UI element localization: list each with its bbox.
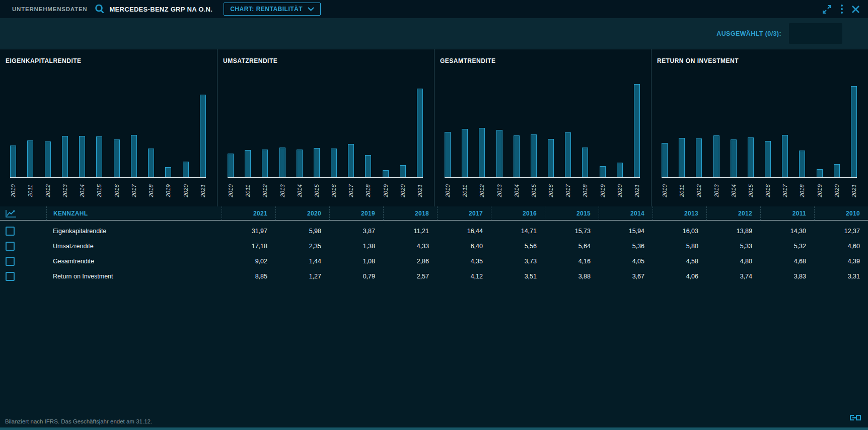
value-cell: 11,21 [383,228,437,235]
table-header-row: KENNZAHL 2021202020192018201720162015201… [0,206,868,221]
bar [548,139,554,178]
table-row: Gesamtrendite9,021,441,082,864,353,734,1… [0,254,868,269]
bar [748,137,754,178]
app-label: UNTERNEHMENSDATEN [12,6,87,12]
x-axis-label: 2020 [617,179,623,205]
bar [662,143,668,177]
bar [10,146,16,177]
bar [600,166,606,177]
value-cell: 3,83 [760,273,814,280]
x-axis-label: 2011 [27,179,33,205]
bar [834,164,840,177]
year-header: 2014 [599,206,653,221]
metric-label: Return on Investment [46,273,222,280]
selected-count-label: AUSGEWÄHLT (0/3): [716,30,781,37]
bar [365,155,371,177]
value-cell: 4,33 [383,243,437,250]
table-row: Eigenkapitalrendite31,975,983,8711,2116,… [0,224,868,239]
x-axis-label: 2015 [748,179,754,205]
value-cell: 4,60 [814,243,868,250]
x-axis-label: 2010 [10,179,16,205]
bar [262,150,268,177]
top-bar: UNTERNEHMENSDATEN MERCEDES-BENZ GRP NA O… [0,0,868,18]
kebab-menu-icon[interactable] [840,4,843,14]
bar [782,135,788,178]
bar [617,163,623,178]
x-axis-label: 2013 [62,179,68,205]
x-axis-label: 2013 [713,179,719,205]
year-header: 2013 [653,206,706,221]
accounting-note: Bilanziert nach IFRS. Das Geschäftsjahr … [5,418,152,424]
expand-icon[interactable] [822,4,832,15]
bar [96,136,102,177]
bar [348,144,354,177]
x-axis-label: 2010 [228,179,234,205]
metric-column-header: KENNZAHL [46,206,222,221]
value-cell: 4,12 [437,273,491,280]
chart-type-dropdown[interactable]: CHART: RENTABILITÄT [224,3,321,16]
bar [765,141,771,177]
x-axis-label: 2016 [331,179,337,205]
chart-plot [228,75,423,178]
x-axis-label: 2010 [662,179,668,205]
value-cell: 3,74 [706,273,760,280]
year-header: 2020 [275,206,329,221]
row-checkbox[interactable] [6,257,15,266]
row-checkbox[interactable] [6,242,15,251]
linked-boxes-icon[interactable] [849,414,862,423]
value-cell: 3,51 [491,273,545,280]
x-axis-label: 2015 [96,179,102,205]
row-checkbox[interactable] [6,227,15,236]
bar [200,95,206,177]
value-cell: 15,73 [545,228,599,235]
year-header: 2010 [814,206,868,221]
bar [514,135,520,177]
bar [696,138,702,177]
chart-type-dropdown-label: CHART: RENTABILITÄT [230,6,303,13]
bar [496,130,502,177]
year-header: 2016 [491,206,545,221]
bar [165,167,171,177]
metric-label: Umsatzrendite [46,243,222,250]
app-window: UNTERNEHMENSDATEN MERCEDES-BENZ GRP NA O… [0,0,868,430]
row-checkbox[interactable] [6,272,15,281]
bar [245,150,251,178]
value-cell: 17,18 [222,243,275,250]
x-axis-label: 2011 [679,179,685,205]
x-axis-label: 2018 [365,179,371,205]
bar [79,136,85,177]
x-axis-label: 2018 [582,179,588,205]
value-cell: 0,79 [329,273,383,280]
bar [183,162,189,177]
value-cell: 3,73 [491,258,545,265]
year-header: 2015 [545,206,599,221]
value-cell: 4,35 [437,258,491,265]
value-cell: 16,44 [437,228,491,235]
value-cell: 1,38 [329,243,383,250]
bar [114,139,120,177]
value-cell: 1,08 [329,258,383,265]
bar [27,140,33,177]
value-cell: 4,80 [706,258,760,265]
chevron-down-icon [308,7,314,11]
x-axis-label: 2014 [731,179,737,205]
metric-label: Gesamtrendite [46,258,222,265]
search-icon[interactable] [94,4,105,15]
x-axis-label: 2017 [782,179,788,205]
selection-slot [789,23,842,44]
table-row: Return on Investment8,851,270,792,574,12… [0,269,868,284]
bar [314,148,320,177]
line-chart-icon[interactable] [6,209,17,218]
value-cell: 5,56 [491,243,545,250]
x-axis-label: 2015 [531,179,537,205]
value-cell: 9,02 [222,258,275,265]
close-icon[interactable] [851,5,860,14]
chart-panel: RETURN ON INVESTMENT20102011201220132014… [651,49,868,206]
x-axis-label: 2020 [400,179,406,205]
value-cell: 4,68 [760,258,814,265]
value-cell: 1,27 [275,273,329,280]
value-cell: 4,16 [545,258,599,265]
value-cell: 14,30 [760,228,814,235]
chart-plot [10,75,206,178]
value-cell: 2,86 [383,258,437,265]
